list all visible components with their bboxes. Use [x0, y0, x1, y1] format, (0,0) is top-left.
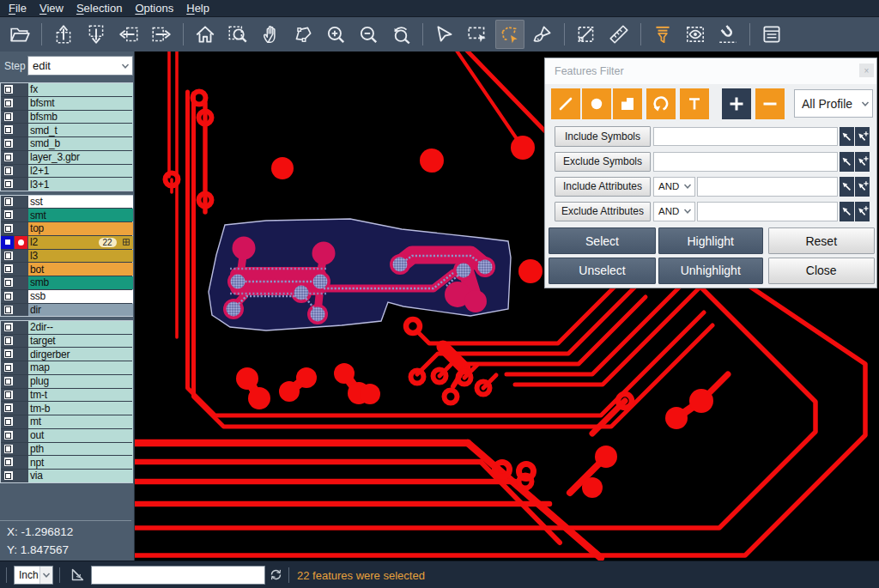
pick-add-from-canvas-button[interactable]	[855, 177, 870, 197]
pick-from-canvas-button[interactable]	[840, 202, 854, 221]
layer-colorbar-mt[interactable]: mt	[28, 415, 134, 428]
layer-checkbox-target[interactable]	[4, 336, 13, 345]
polarity-minus-button[interactable]	[755, 88, 785, 119]
layer-row-sst[interactable]: sst	[1, 196, 132, 209]
exclude-symbols-input[interactable]	[653, 152, 838, 172]
exclude-attributes-button[interactable]: Exclude Attributes	[555, 202, 651, 222]
menu-view[interactable]: View	[39, 2, 64, 15]
layer-checkbox-map[interactable]	[4, 363, 13, 372]
shape-filter-arc-button[interactable]	[646, 88, 676, 119]
layer-row-smt[interactable]: smt	[1, 208, 132, 221]
layer-row-ssb[interactable]: ssb	[1, 289, 132, 303]
layer-row-tm-b[interactable]: tm-b	[1, 401, 132, 415]
layer-row-fx[interactable]: fx	[1, 83, 132, 96]
toolbar-button-open[interactable]	[5, 20, 34, 49]
shape-filter-pad-button[interactable]	[582, 88, 611, 119]
layer-row-l3[interactable]: l3	[1, 249, 132, 263]
reset-button[interactable]: Reset	[768, 227, 876, 254]
layer-checkbox-bfsmt[interactable]	[4, 99, 13, 107]
pick-add-from-canvas-button[interactable]	[855, 127, 870, 147]
select-button[interactable]: Select	[549, 227, 656, 254]
toolbar-button-eye[interactable]	[681, 20, 710, 49]
menu-help[interactable]: Help	[186, 2, 209, 15]
layer-checkbox-dirgerber[interactable]	[4, 349, 13, 358]
close-button[interactable]: Close	[768, 258, 876, 284]
layer-colorbar-l3+1[interactable]: l3+1	[28, 178, 134, 191]
layer-row-smd_b[interactable]: smd_b	[1, 136, 132, 150]
layer-checkbox-sst[interactable]	[4, 197, 13, 206]
toolbar-button-zoom-prev[interactable]	[386, 20, 415, 49]
layer-colorbar-bfsmt[interactable]: bfsmt	[28, 97, 134, 110]
toolbar-button-filter[interactable]	[648, 20, 677, 49]
profile-combobox[interactable]: All Profile	[794, 89, 873, 118]
layer-colorbar-dir[interactable]: dir	[28, 304, 134, 317]
polarity-plus-button[interactable]	[722, 88, 751, 119]
pick-from-canvas-button[interactable]	[840, 152, 854, 172]
toolbar-button-measure-line[interactable]	[572, 20, 601, 49]
layer-checkbox-bot[interactable]	[4, 264, 13, 273]
include-symbols-input[interactable]	[653, 127, 838, 147]
dialog-close-button[interactable]: ×	[859, 64, 874, 77]
shape-filter-surface-button[interactable]	[613, 88, 642, 119]
layer-colorbar-layer_3.gbr[interactable]: layer_3.gbr	[28, 151, 134, 164]
layer-checkbox-smd_b[interactable]	[4, 139, 13, 148]
toolbar-button-brush[interactable]	[528, 20, 557, 49]
layer-checkbox-plug[interactable]	[4, 377, 13, 385]
layer-colorbar-out[interactable]: out	[28, 429, 134, 442]
and-combobox[interactable]: AND	[653, 177, 695, 197]
layer-colorbar-plug[interactable]: plug	[28, 375, 134, 388]
step-combobox[interactable]: edit	[27, 56, 133, 76]
menu-file[interactable]: File	[9, 2, 27, 15]
layer-colorbar-fx[interactable]: fx	[28, 83, 134, 96]
angle-snap-icon[interactable]	[70, 567, 85, 582]
layer-colorbar-tm-b[interactable]: tm-b	[28, 402, 134, 415]
layer-row-smb[interactable]: smb	[1, 276, 132, 289]
layer-colorbar-smd_b[interactable]: smd_b	[28, 137, 134, 150]
grid-icon[interactable]	[123, 239, 130, 246]
toolbar-button-move-down[interactable]	[82, 20, 111, 49]
layer-colorbar-smb[interactable]: smb	[28, 276, 134, 289]
layer-checkbox-mt[interactable]	[4, 417, 13, 426]
layer-row-dir[interactable]: dir	[1, 303, 132, 317]
unselect-button[interactable]: Unselect	[549, 258, 656, 284]
layer-colorbar-dirgerber[interactable]: dirgerber	[28, 348, 134, 361]
shape-filter-text-button[interactable]	[680, 88, 709, 119]
layer-checkbox-ssb[interactable]	[4, 292, 13, 300]
layer-checkbox-tm-b[interactable]	[4, 403, 13, 412]
layer-row-out[interactable]: out	[1, 428, 132, 442]
layer-colorbar-ssb[interactable]: ssb	[28, 290, 134, 303]
refresh-icon[interactable]	[269, 567, 283, 582]
layer-colorbar-pth[interactable]: pth	[28, 443, 134, 456]
toolbar-button-rect-select[interactable]	[463, 20, 492, 49]
layer-colorbar-l3[interactable]: l3	[28, 250, 134, 263]
menu-options[interactable]: Options	[135, 2, 173, 15]
include-attributes-input[interactable]	[697, 177, 838, 197]
layer-checkbox-dir[interactable]	[4, 306, 13, 314]
exclude-symbols-button[interactable]: Exclude Symbols	[555, 152, 651, 173]
layer-colorbar-npt[interactable]: npt	[28, 456, 134, 469]
toolbar-button-move-right[interactable]	[147, 20, 176, 49]
layer-row-l2+1[interactable]: l2+1	[1, 164, 132, 178]
layer-checkbox-pth[interactable]	[4, 445, 13, 453]
layer-row-smd_t[interactable]: smd_t	[1, 123, 132, 136]
layer-checkbox-2dir--[interactable]	[4, 323, 13, 331]
highlight-button[interactable]: Highlight	[658, 227, 763, 254]
layer-colorbar-map[interactable]: map	[28, 361, 134, 374]
layer-colorbar-top[interactable]: top	[28, 222, 134, 235]
toolbar-button-ruler[interactable]	[604, 20, 633, 49]
layer-checkbox-fx[interactable]	[4, 85, 13, 94]
and-combobox[interactable]: AND	[653, 202, 695, 221]
menu-selection[interactable]: Selection	[76, 2, 122, 15]
toolbar-button-zoom-in[interactable]	[321, 20, 350, 49]
toolbar-button-zoom-select[interactable]	[223, 20, 252, 49]
layer-checkbox-via[interactable]	[4, 471, 13, 480]
layer-row-bot[interactable]: bot	[1, 262, 132, 276]
toolbar-button-magnet[interactable]	[713, 20, 743, 49]
toolbar-button-move-left[interactable]	[114, 20, 143, 49]
toolbar-button-zoom-out[interactable]	[354, 20, 383, 49]
layer-row-l3+1[interactable]: l3+1	[1, 177, 132, 191]
layer-row-bfsmt[interactable]: bfsmt	[1, 96, 132, 110]
layer-row-plug[interactable]: plug	[1, 374, 132, 388]
layer-row-map[interactable]: map	[1, 361, 132, 374]
layer-row-mt[interactable]: mt	[1, 415, 132, 428]
